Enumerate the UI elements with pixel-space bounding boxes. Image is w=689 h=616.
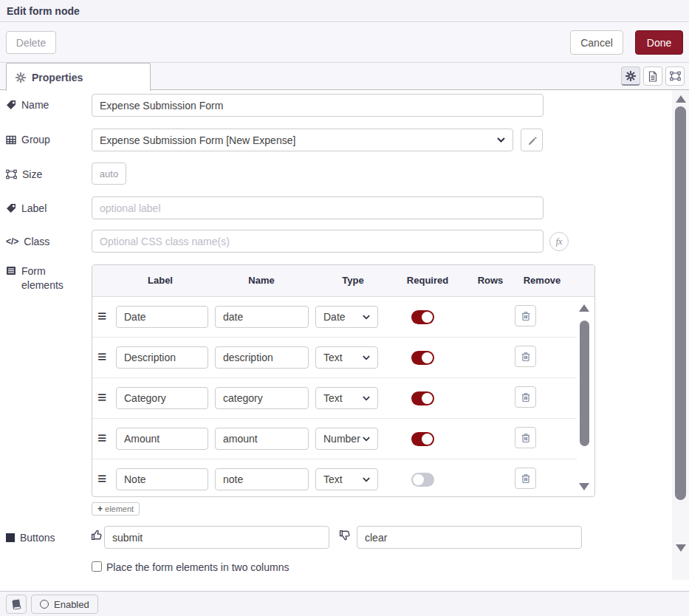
object-group-icon bbox=[6, 169, 17, 179]
required-toggle[interactable] bbox=[411, 473, 434, 487]
drag-handle-icon[interactable]: ≡ bbox=[97, 389, 106, 406]
tag-icon bbox=[6, 203, 16, 213]
required-toggle[interactable] bbox=[411, 351, 434, 365]
gear-icon bbox=[625, 71, 636, 81]
drag-handle-icon[interactable]: ≡ bbox=[97, 429, 106, 447]
remove-element-button[interactable] bbox=[515, 427, 536, 448]
dialog-title: Edit form node bbox=[7, 5, 80, 17]
two-columns-label: Place the form elements in two columns bbox=[106, 561, 289, 573]
scrollbar-thumb[interactable] bbox=[675, 106, 686, 500]
trash-icon bbox=[521, 391, 531, 403]
element-type-select[interactable]: Date bbox=[315, 306, 378, 328]
chevron-down-icon bbox=[363, 355, 370, 360]
element-name-input[interactable] bbox=[215, 428, 309, 450]
toggle-knob bbox=[422, 312, 433, 323]
form-elements-label: Form elements bbox=[6, 264, 80, 292]
node-help-button[interactable] bbox=[6, 595, 27, 614]
add-element-button[interactable]: + element bbox=[92, 502, 140, 516]
node-enabled-toggle[interactable]: Enabled bbox=[31, 595, 98, 614]
buttons-field-label: Buttons bbox=[6, 532, 55, 544]
group-field-label: Group bbox=[6, 134, 50, 146]
form-elements-table-header: Label Name Type Required Rows Remove bbox=[92, 265, 594, 297]
scroll-down-arrow[interactable] bbox=[676, 544, 686, 552]
scroll-up-arrow[interactable] bbox=[579, 304, 589, 312]
scroll-down-arrow[interactable] bbox=[579, 483, 589, 490]
enabled-circle-icon bbox=[40, 600, 49, 609]
element-name-input[interactable] bbox=[215, 387, 309, 409]
toggle-knob bbox=[422, 434, 433, 445]
size-auto-button[interactable]: auto bbox=[92, 162, 126, 185]
trash-icon bbox=[521, 310, 531, 321]
drag-handle-icon[interactable]: ≡ bbox=[97, 348, 106, 366]
column-header-label: Label bbox=[148, 275, 173, 286]
book-icon bbox=[11, 599, 22, 609]
gear-icon bbox=[16, 72, 26, 83]
element-name-input[interactable] bbox=[215, 306, 309, 328]
tab-properties-label: Properties bbox=[32, 72, 83, 83]
remove-element-button[interactable] bbox=[515, 386, 536, 408]
table-scrollbar[interactable] bbox=[577, 300, 592, 495]
element-label-input[interactable] bbox=[116, 468, 208, 490]
remove-element-button[interactable] bbox=[515, 346, 536, 367]
element-type-select[interactable]: Text bbox=[315, 387, 378, 409]
element-label-input[interactable] bbox=[116, 387, 208, 409]
remove-element-button[interactable] bbox=[515, 468, 536, 489]
element-type-select[interactable]: Number bbox=[315, 428, 378, 450]
form-elements-table: Label Name Type Required Rows Remove ≡ D… bbox=[92, 264, 595, 497]
done-button[interactable]: Done bbox=[635, 30, 683, 55]
group-select-value: Expense Submission Form [New Expense] bbox=[100, 134, 295, 146]
submit-button-label-input[interactable] bbox=[104, 526, 329, 549]
element-label-input[interactable] bbox=[116, 428, 208, 450]
chevron-down-icon bbox=[363, 315, 370, 320]
scroll-up-arrow[interactable] bbox=[676, 95, 686, 103]
element-name-input[interactable] bbox=[215, 468, 309, 490]
drag-handle-icon[interactable]: ≡ bbox=[97, 470, 106, 487]
label-input[interactable] bbox=[92, 196, 544, 219]
edit-group-button[interactable] bbox=[521, 129, 543, 151]
element-name-input[interactable] bbox=[215, 346, 309, 369]
required-toggle[interactable] bbox=[411, 391, 434, 405]
element-label-input[interactable] bbox=[116, 346, 208, 369]
square-icon bbox=[6, 533, 15, 542]
class-field-label: </> Class bbox=[6, 236, 49, 247]
chevron-down-icon bbox=[363, 437, 370, 442]
remove-element-button[interactable] bbox=[515, 305, 536, 326]
drag-handle-icon[interactable]: ≡ bbox=[97, 307, 106, 325]
fx-icon: fx bbox=[556, 236, 563, 247]
table-row: ≡ Text bbox=[92, 459, 577, 497]
tab-properties[interactable]: Properties bbox=[6, 63, 151, 91]
expand-editor-button[interactable]: fx bbox=[549, 232, 569, 251]
delete-button[interactable]: Delete bbox=[6, 31, 56, 54]
two-columns-checkbox[interactable] bbox=[92, 561, 102, 572]
trash-icon bbox=[521, 432, 531, 443]
required-toggle[interactable] bbox=[411, 310, 434, 324]
group-select[interactable]: Expense Submission Form [New Expense] bbox=[92, 129, 513, 151]
enabled-label: Enabled bbox=[54, 599, 89, 610]
scrollbar-thumb[interactable] bbox=[580, 321, 589, 446]
class-input[interactable] bbox=[92, 230, 544, 253]
element-label-input[interactable] bbox=[116, 306, 208, 328]
column-header-type: Type bbox=[342, 275, 363, 286]
toggle-knob bbox=[422, 352, 433, 363]
thumbs-up-icon bbox=[91, 529, 103, 544]
toggle-knob bbox=[422, 393, 433, 404]
element-type-select[interactable]: Text bbox=[315, 346, 378, 369]
plus-icon: + bbox=[97, 504, 103, 514]
node-properties-button[interactable] bbox=[621, 66, 640, 86]
cancel-button[interactable]: Cancel bbox=[570, 30, 623, 55]
node-description-button[interactable] bbox=[643, 66, 662, 86]
pencil-icon bbox=[527, 135, 537, 145]
toggle-knob bbox=[413, 474, 424, 485]
clear-button-label-input[interactable] bbox=[357, 526, 582, 549]
chevron-down-icon bbox=[497, 137, 505, 143]
node-appearance-button[interactable] bbox=[665, 66, 685, 86]
tag-icon bbox=[6, 100, 16, 110]
main-scrollbar[interactable] bbox=[672, 90, 689, 580]
name-field-label: Name bbox=[6, 99, 49, 111]
thumbs-down-icon bbox=[339, 529, 352, 544]
required-toggle[interactable] bbox=[411, 432, 434, 446]
name-input[interactable] bbox=[92, 94, 544, 117]
dialog-header: Edit form node bbox=[0, 0, 689, 22]
column-header-rows: Rows bbox=[478, 275, 504, 286]
element-type-select[interactable]: Text bbox=[315, 468, 378, 490]
